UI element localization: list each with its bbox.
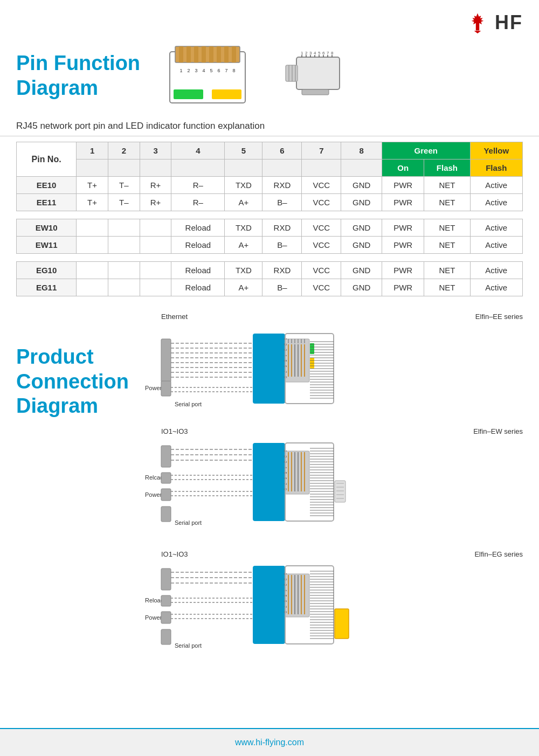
table-row: EE10T+T–R+R–TXDRXDVCCGNDPWRNETActive [17, 177, 523, 194]
svg-text:1: 1 [301, 51, 303, 56]
pin-cell [77, 237, 108, 254]
pin-cell: A+ [225, 194, 262, 211]
pin-cell: VCC [302, 279, 341, 296]
svg-rect-97 [161, 446, 171, 467]
svg-text:4: 4 [314, 51, 316, 56]
table-separator-row [17, 254, 523, 262]
row-label-eg10: EG10 [17, 262, 77, 279]
pin-cell: GND [341, 279, 382, 296]
pin-cell: GND [341, 177, 382, 194]
ew-series-svg: Relcad Power Serial port 12345678 [140, 438, 452, 532]
pin-cell: R– [171, 194, 225, 211]
svg-rect-203 [335, 609, 349, 639]
svg-text:Serial port: Serial port [175, 401, 202, 407]
pin-cell: GND [341, 219, 382, 237]
active-cell: Active [470, 177, 523, 194]
col-5-sub [225, 159, 262, 177]
pin-cell: B– [262, 279, 302, 296]
svg-text:3: 3 [195, 68, 198, 73]
svg-rect-3 [179, 46, 183, 63]
green-on-header: Green [382, 142, 470, 159]
svg-rect-20 [212, 89, 241, 99]
svg-text:1: 1 [180, 68, 183, 73]
pin-cell: VCC [302, 237, 341, 254]
svg-text:Power: Power [145, 385, 162, 391]
svg-rect-4 [186, 46, 191, 63]
ee-label-top: Ethernet Elfin–EE series [140, 313, 523, 321]
ew-series-diagram: IO1~IO3 Elfin–EW series Relcad Power [140, 427, 523, 534]
col-8-header: 8 [341, 142, 382, 159]
pwr-cell: PWR [382, 237, 424, 254]
svg-text:Power: Power [145, 491, 162, 498]
svg-text:2: 2 [305, 51, 308, 56]
pin-cell: R+ [140, 177, 171, 194]
page-title: Pin Function Diagram [16, 51, 140, 100]
active-cell: Active [470, 262, 523, 279]
col-1-sub [77, 159, 108, 177]
svg-rect-9 [224, 46, 229, 63]
green-flash-sub: Flash [424, 159, 470, 177]
svg-rect-7 [209, 46, 213, 63]
svg-rect-102 [161, 473, 171, 483]
eg-series-label: Elfin–EG series [474, 550, 523, 558]
svg-rect-39 [286, 65, 298, 81]
ew-label-top: IO1~IO3 Elfin–EW series [140, 427, 523, 435]
net-cell: NET [424, 237, 470, 254]
svg-text:Serial port: Serial port [175, 642, 202, 649]
svg-rect-21 [296, 57, 340, 89]
pin-cell: T+ [77, 177, 108, 194]
col-2-header: 2 [108, 142, 140, 159]
pin-cell: B– [262, 194, 302, 211]
pin-cell: RXD [262, 262, 302, 279]
active-cell: Active [470, 279, 523, 296]
footer-url: www.hi-flying.com [235, 738, 304, 747]
logo-area: HF [465, 10, 523, 36]
pin-cell: T– [108, 177, 140, 194]
svg-rect-19 [174, 89, 203, 99]
eg-series-diagram: IO1~IO3 Elfin–EG series Reload Power [140, 550, 523, 657]
svg-rect-2 [175, 46, 240, 63]
net-cell: NET [424, 219, 470, 237]
pwr-cell: PWR [382, 177, 424, 194]
pin-cell: GND [341, 237, 382, 254]
row-label-ew10: EW10 [17, 219, 77, 237]
active-cell: Active [470, 237, 523, 254]
net-cell: NET [424, 279, 470, 296]
table-section: Pin No. 1 2 3 4 5 6 7 8 Green Yellow [0, 136, 539, 307]
table-row: EG10ReloadTXDRXDVCCGNDPWRNETActive [17, 262, 523, 279]
pwr-cell: PWR [382, 219, 424, 237]
svg-rect-111 [253, 443, 285, 521]
svg-text:5: 5 [318, 51, 321, 56]
table-row: EW10ReloadTXDRXDVCCGNDPWRNETActive [17, 219, 523, 237]
pin-cell [108, 262, 140, 279]
pin-cell [108, 279, 140, 296]
col-1-header: 1 [77, 142, 108, 159]
pin-cell: RXD [262, 177, 302, 194]
hf-logo-icon [465, 10, 490, 36]
svg-text:6: 6 [322, 51, 325, 56]
pin-cell: Reload [171, 219, 225, 237]
svg-text:Relcad: Relcad [145, 474, 163, 481]
svg-rect-166 [161, 629, 171, 644]
green-on-sub: On [382, 159, 424, 177]
pin-cell: Reload [171, 279, 225, 296]
pin-table: Pin No. 1 2 3 4 5 6 7 8 Green Yellow [16, 142, 523, 296]
table-row: EG11ReloadA+B–VCCGNDPWRNETActive [17, 279, 523, 296]
footer: www.hi-flying.com [0, 728, 539, 756]
pin-cell: VCC [302, 177, 341, 194]
row-label-ee10: EE10 [17, 177, 77, 194]
pcd-diagrams: Ethernet Elfin–EE series Power [140, 313, 523, 657]
svg-rect-110 [161, 507, 171, 522]
header: HF [0, 0, 539, 36]
col-3-header: 3 [140, 142, 171, 159]
pin-cell: R– [171, 177, 225, 194]
pwr-cell: PWR [382, 194, 424, 211]
logo-text: HF [495, 11, 523, 34]
yellow-flash-sub: Flash [470, 159, 523, 177]
ee-series-svg: Power Serial port 12345678 [140, 323, 452, 409]
io1io3-ew-label: IO1~IO3 [161, 427, 188, 435]
product-connection-section: Product Connection Diagram Ethernet Elfi… [0, 307, 539, 668]
svg-rect-8 [217, 46, 221, 63]
svg-text:8: 8 [233, 68, 236, 73]
svg-text:7: 7 [327, 51, 329, 56]
